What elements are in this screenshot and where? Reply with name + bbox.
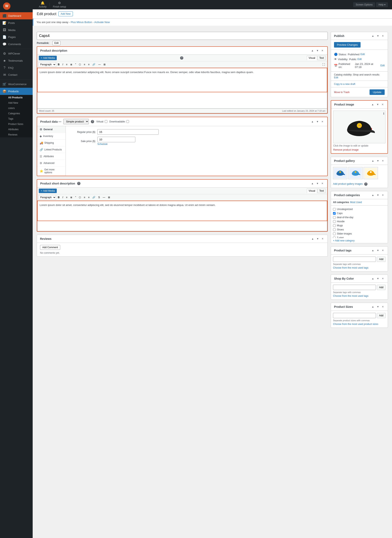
shop-by-color-input[interactable] — [333, 285, 376, 290]
category-caps-checkbox[interactable] — [333, 212, 336, 215]
pd-tab-advanced[interactable]: ⚙ Advanced — [37, 160, 65, 167]
virtual-checkbox[interactable] — [105, 120, 107, 123]
most-used-tab[interactable]: Most Used — [350, 201, 362, 204]
catalog-vis-edit-link[interactable]: Edit — [334, 76, 338, 79]
update-button[interactable]: Update — [369, 89, 385, 95]
description-editor-content[interactable]: Lorem ipsum dolor sit amet, consectetur … — [37, 68, 327, 92]
sd-more-button[interactable]: — — [102, 195, 106, 199]
sidebar-submenu-add-new[interactable]: Add New — [0, 100, 33, 106]
sidebar-submenu-categories[interactable]: Categories — [0, 111, 33, 116]
product-sizes-input[interactable] — [333, 313, 376, 318]
short-desc-editor-content[interactable]: Lorem ipsum dolor sit amet, consectetur … — [37, 201, 327, 221]
description-visual-tab[interactable]: Visual — [307, 56, 317, 60]
sidebar-submenu-product-sizes[interactable]: Product Sizes — [0, 121, 33, 127]
product-gallery-collapse[interactable]: ▲ — [371, 159, 375, 163]
sidebar-submenu-all-products[interactable]: All Products — [0, 95, 33, 100]
italic-button[interactable]: I — [61, 62, 64, 67]
short-desc-format-select[interactable]: Paragraph — [38, 195, 56, 199]
sd-align-center-button[interactable]: ≡ — [83, 195, 86, 199]
shop-by-color-toggle[interactable]: ✕ — [381, 277, 385, 280]
pd-tab-get-more[interactable]: ⭐ Get more options — [37, 167, 65, 176]
short-desc-text-tab[interactable]: Text — [317, 189, 326, 193]
product-sizes-expand[interactable]: ▼ — [376, 305, 380, 309]
product-image-expand[interactable]: ▼ — [376, 103, 380, 106]
add-gallery-images-link[interactable]: Add product gallery images — [333, 182, 363, 185]
category-uncategorized-checkbox[interactable] — [333, 208, 336, 211]
screen-options-button[interactable]: Screen Options — [353, 2, 375, 7]
product-gallery-expand[interactable]: ▼ — [376, 159, 380, 163]
product-categories-toggle[interactable]: ✕ — [381, 193, 385, 197]
description-toggle-button[interactable]: ✕ — [321, 49, 324, 52]
product-data-expand[interactable]: ▼ — [315, 120, 320, 124]
schedule-link[interactable]: Schedule — [97, 143, 135, 145]
published-edit-link[interactable]: Edit — [380, 64, 385, 67]
regular-price-input[interactable] — [97, 129, 159, 135]
finish-setup-button[interactable]: ⚙ Finish setup — [51, 1, 68, 8]
sidebar-item-contact[interactable]: ✉ Contact — [0, 71, 33, 78]
category-shoes-checkbox[interactable] — [333, 228, 336, 231]
preview-changes-button[interactable]: Preview Changes — [334, 42, 360, 47]
status-edit-link[interactable]: Edit — [360, 53, 365, 56]
product-image-box[interactable]: ℹ 🐴 — [333, 111, 385, 143]
description-text-tab[interactable]: Text — [317, 56, 326, 60]
short-description-toggle[interactable]: ✕ — [321, 182, 324, 185]
permalink-edit-button[interactable]: Edit — [52, 41, 61, 45]
bold-button[interactable]: B — [56, 62, 61, 67]
gallery-thumb-1[interactable] — [333, 167, 347, 179]
blockquote-button[interactable]: " — [74, 62, 77, 67]
add-new-button[interactable]: Add New — [58, 11, 73, 16]
reviews-collapse[interactable]: ▲ — [311, 237, 315, 241]
ordered-list-button[interactable]: ≣ — [69, 62, 74, 67]
sd-ordered-list-button[interactable]: ≣ — [69, 195, 74, 199]
product-type-select[interactable]: Simple product — [63, 119, 89, 124]
help-button[interactable]: Help ▾ — [376, 2, 388, 7]
description-format-select[interactable]: Paragraph — [38, 62, 56, 67]
sidebar-item-pages[interactable]: 📄 Pages — [0, 33, 33, 41]
product-sizes-add-button[interactable]: Add — [377, 313, 386, 318]
pd-tab-general[interactable]: ⚙ General — [37, 126, 65, 133]
pd-tab-inventory[interactable]: ◆ Inventory — [37, 133, 65, 140]
category-hoodie-checkbox[interactable] — [333, 220, 336, 223]
description-add-media-button[interactable]: + Add Media — [39, 56, 57, 60]
product-categories-collapse[interactable]: ▲ — [371, 193, 375, 197]
pd-tab-linked-products[interactable]: 🔗 Linked Products — [37, 146, 65, 153]
sd-strikethrough-button[interactable]: S — [97, 195, 101, 199]
short-description-expand[interactable]: ▼ — [315, 182, 320, 185]
notice-link[interactable]: Plus Minus Button - Activate Now — [71, 21, 110, 24]
product-sizes-choose-link[interactable]: Choose from the most used product sizes — [333, 323, 378, 325]
add-new-category-link[interactable]: + Add new category — [331, 238, 388, 243]
short-description-help-icon[interactable]: ? — [77, 182, 80, 185]
align-center-button[interactable]: ≡ — [83, 62, 86, 67]
product-data-help-icon[interactable]: ? — [91, 120, 94, 123]
short-description-collapse[interactable]: ▲ — [310, 182, 314, 185]
all-categories-tab[interactable]: All categories — [333, 201, 349, 204]
shop-by-color-collapse[interactable]: ▲ — [371, 277, 375, 280]
short-desc-add-media-button[interactable]: + Add Media — [39, 189, 57, 193]
sidebar-item-faq[interactable]: ? FAQ — [0, 64, 33, 71]
toolbar-toggle-button[interactable]: ⊞ — [102, 62, 107, 67]
align-right-button[interactable]: ≡ — [87, 62, 91, 67]
unordered-list-button[interactable]: ≡ — [65, 62, 69, 67]
sidebar-item-posts[interactable]: 📝 Posts — [0, 19, 33, 27]
sd-toolbar-toggle-button[interactable]: ⊞ — [107, 195, 111, 199]
category-mugs-checkbox[interactable] — [333, 224, 336, 227]
more-button[interactable]: — — [97, 62, 102, 67]
product-image-toggle[interactable]: ✕ — [381, 103, 384, 106]
downloadable-checkbox[interactable] — [126, 120, 129, 123]
sd-bold-button[interactable]: B — [56, 195, 61, 199]
category-deal-checkbox[interactable] — [333, 216, 336, 219]
sidebar-item-products[interactable]: 📦 Products — [0, 88, 33, 95]
product-tags-toggle[interactable]: ✕ — [381, 249, 385, 252]
move-to-trash-link[interactable]: Move to Trash — [334, 91, 350, 94]
publish-collapse[interactable]: ▲ — [371, 34, 375, 38]
sidebar-submenu-attributes[interactable]: Attributes — [0, 127, 33, 132]
product-tags-collapse[interactable]: ▲ — [371, 249, 375, 252]
sidebar-submenu-reviews[interactable]: Reviews — [0, 132, 33, 137]
product-sizes-toggle[interactable]: ✕ — [381, 305, 385, 309]
product-image-collapse[interactable]: ▲ — [371, 103, 375, 106]
sd-italic-button[interactable]: I — [61, 195, 64, 199]
sidebar-item-dashboard[interactable]: ⬛ Dashboard — [0, 12, 33, 19]
sale-price-input[interactable] — [97, 137, 135, 142]
product-tags-expand[interactable]: ▼ — [376, 249, 380, 252]
shop-by-color-expand[interactable]: ▼ — [376, 277, 380, 280]
